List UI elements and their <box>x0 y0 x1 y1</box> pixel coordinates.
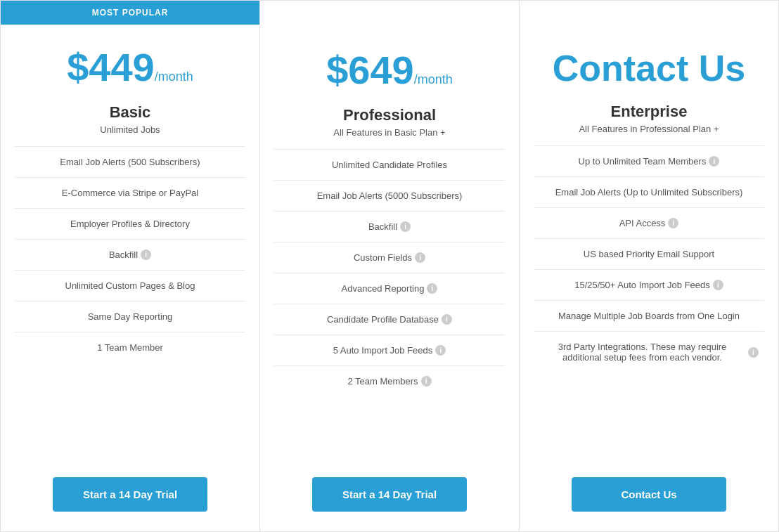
plan-name-enterprise: Enterprise <box>534 103 764 121</box>
feature-text: Unlimited Candidate Profiles <box>332 160 447 170</box>
info-icon[interactable]: i <box>421 376 432 387</box>
list-item: Custom Fieldsi <box>274 242 505 273</box>
cta-button-basic[interactable]: Start a 14 Day Trial <box>53 477 207 512</box>
cta-block-basic: Start a 14 Day Trial <box>1 460 259 531</box>
price-block-professional: $649/month <box>274 48 505 92</box>
plan-col-professional: $649/monthProfessionalAll Features in Ba… <box>260 1 520 531</box>
feature-text: API Access <box>619 218 666 228</box>
plan-subtitle-basic: Unlimited Jobs <box>15 124 245 135</box>
list-item: Unlimited Candidate Profiles <box>274 149 505 180</box>
feature-text: Email Job Alerts (500 Subscribers) <box>60 157 200 167</box>
list-item: Unlimited Custom Pages & Blog <box>15 270 245 301</box>
feature-text: Employer Profiles & Directory <box>70 219 190 229</box>
cta-block-enterprise: Contact Us <box>520 460 778 531</box>
plan-content-basic: $449/monthBasicUnlimited JobsEmail Job A… <box>1 25 259 460</box>
list-item: US based Priority Email Support <box>534 238 764 269</box>
list-item: Email Job Alerts (5000 Subscribers) <box>274 180 505 211</box>
plan-col-basic: MOST POPULAR$449/monthBasicUnlimited Job… <box>1 1 260 531</box>
feature-text: US based Priority Email Support <box>584 249 714 259</box>
list-item: Manage Multiple Job Boards from One Logi… <box>534 300 764 331</box>
info-icon[interactable]: i <box>668 218 678 228</box>
feature-text: Email Job Alerts (Up to Unlimited Subscr… <box>555 187 743 197</box>
features-list-basic: Email Job Alerts (500 Subscribers)E-Comm… <box>15 146 245 446</box>
info-icon[interactable]: i <box>435 345 446 356</box>
plan-subtitle-enterprise: All Features in Professional Plan + <box>534 124 764 134</box>
feature-text: 2 Team Members <box>347 376 418 387</box>
cta-block-professional: Start a 14 Day Trial <box>260 460 519 531</box>
plan-content-enterprise: Contact UsEnterpriseAll Features in Prof… <box>520 27 778 460</box>
info-icon[interactable]: i <box>442 314 452 325</box>
list-item: Backfilli <box>15 239 245 270</box>
list-item: API Accessi <box>534 207 764 238</box>
feature-text: Up to Unlimited Team Members <box>579 156 707 167</box>
list-item: 2 Team Membersi <box>274 365 505 396</box>
price-amount-basic: $449 <box>67 45 155 89</box>
features-list-professional: Unlimited Candidate ProfilesEmail Job Al… <box>274 149 505 446</box>
plan-subtitle-professional: All Features in Basic Plan + <box>274 127 505 138</box>
feature-text: Advanced Reporting <box>342 283 425 294</box>
info-icon[interactable]: i <box>748 347 759 358</box>
list-item: 5 Auto Import Job Feedsi <box>274 335 505 365</box>
price-enterprise: Contact Us <box>534 48 764 89</box>
list-item: Advanced Reportingi <box>274 273 505 304</box>
feature-text: Backfill <box>109 249 138 260</box>
list-item: E-Commerce via Stripe or PayPal <box>15 177 245 208</box>
list-item: 3rd Party Integrations. These may requir… <box>534 331 764 372</box>
info-icon[interactable]: i <box>400 221 411 232</box>
feature-text: Same Day Reporting <box>88 311 173 322</box>
feature-text: Manage Multiple Job Boards from One Logi… <box>558 311 740 321</box>
feature-text: Backfill <box>368 221 397 232</box>
price-block-basic: $449/month <box>15 46 245 89</box>
feature-text: Unlimited Custom Pages & Blog <box>65 280 195 291</box>
list-item: 15/25/50+ Auto Import Job Feedsi <box>534 269 764 300</box>
cta-button-professional[interactable]: Start a 14 Day Trial <box>312 477 467 512</box>
list-item: Email Job Alerts (Up to Unlimited Subscr… <box>534 176 764 207</box>
feature-text: Candidate Profile Database <box>327 314 439 325</box>
info-icon[interactable]: i <box>713 280 723 290</box>
price-block-enterprise: Contact Us <box>534 48 764 89</box>
plan-name-professional: Professional <box>274 106 505 124</box>
feature-text: E-Commerce via Stripe or PayPal <box>62 188 198 198</box>
list-item: 1 Team Member <box>15 332 245 363</box>
plan-content-professional: $649/monthProfessionalAll Features in Ba… <box>260 27 519 460</box>
price-amount-professional: $649 <box>326 48 414 92</box>
plan-name-basic: Basic <box>15 103 245 122</box>
price-period-professional: /month <box>414 72 453 86</box>
list-item: Candidate Profile Databasei <box>274 304 505 335</box>
price-period-basic: /month <box>155 70 193 84</box>
feature-text: 15/25/50+ Auto Import Job Feeds <box>574 280 710 290</box>
feature-text: 1 Team Member <box>97 342 163 353</box>
info-icon[interactable]: i <box>427 283 437 294</box>
features-list-enterprise: Up to Unlimited Team MembersiEmail Job A… <box>534 145 764 446</box>
info-icon[interactable]: i <box>709 156 719 167</box>
feature-text: Email Job Alerts (5000 Subscribers) <box>317 190 463 201</box>
banner-spacer <box>260 1 519 27</box>
feature-text: 3rd Party Integrations. These may requir… <box>539 342 745 363</box>
list-item: Same Day Reporting <box>15 301 245 332</box>
list-item: Up to Unlimited Team Membersi <box>534 145 764 176</box>
list-item: Backfilli <box>274 211 505 242</box>
pricing-table: MOST POPULAR$449/monthBasicUnlimited Job… <box>0 0 779 532</box>
banner-spacer <box>520 1 778 27</box>
list-item: Email Job Alerts (500 Subscribers) <box>15 146 245 177</box>
info-icon[interactable]: i <box>415 252 425 263</box>
feature-text: 5 Auto Import Job Feeds <box>333 345 433 356</box>
cta-button-enterprise[interactable]: Contact Us <box>572 477 726 512</box>
plan-col-enterprise: Contact UsEnterpriseAll Features in Prof… <box>520 1 778 531</box>
most-popular-banner: MOST POPULAR <box>1 1 259 25</box>
list-item: Employer Profiles & Directory <box>15 208 245 239</box>
feature-text: Custom Fields <box>354 252 412 263</box>
info-icon[interactable]: i <box>141 249 151 260</box>
